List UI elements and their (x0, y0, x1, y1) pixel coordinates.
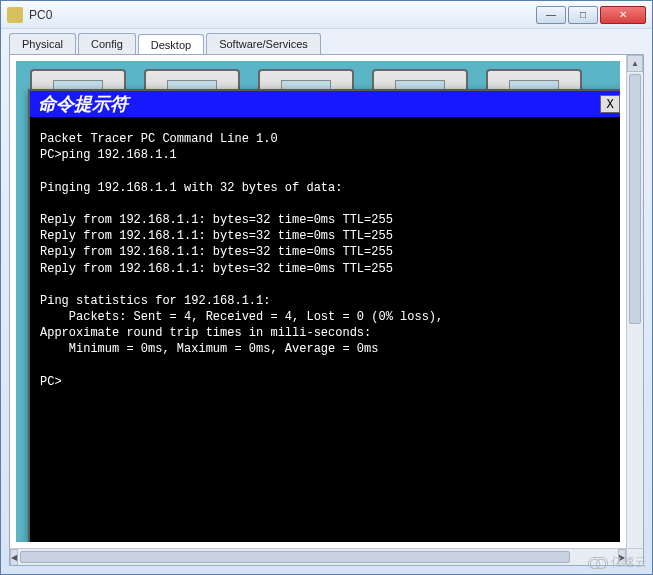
desktop-background: 命令提示符 X Packet Tracer PC Command Line 1.… (16, 61, 620, 542)
chevron-up-icon: ▲ (631, 59, 639, 68)
close-icon: ✕ (619, 9, 627, 20)
application-window: PC0 — □ ✕ Physical Config Desktop Softwa… (0, 0, 653, 575)
scroll-thumb-horizontal[interactable] (20, 551, 570, 563)
maximize-icon: □ (580, 9, 586, 20)
minimize-icon: — (546, 9, 556, 20)
tab-physical[interactable]: Physical (9, 33, 76, 54)
tab-config[interactable]: Config (78, 33, 136, 54)
command-prompt-title: 命令提示符 (38, 92, 600, 116)
vertical-scrollbar[interactable]: ▲ ▼ (626, 55, 643, 565)
window-controls: — □ ✕ (534, 6, 646, 24)
close-icon: X (606, 97, 613, 111)
chevron-right-icon: ▶ (619, 553, 625, 562)
content-viewport: 命令提示符 X Packet Tracer PC Command Line 1.… (10, 55, 626, 548)
window-title: PC0 (29, 8, 534, 22)
tab-software-services[interactable]: Software/Services (206, 33, 321, 54)
tab-desktop[interactable]: Desktop (138, 34, 204, 55)
command-prompt-window[interactable]: 命令提示符 X Packet Tracer PC Command Line 1.… (28, 89, 620, 542)
maximize-button[interactable]: □ (568, 6, 598, 24)
content-panel: 命令提示符 X Packet Tracer PC Command Line 1.… (9, 54, 644, 566)
scroll-thumb-vertical[interactable] (629, 74, 641, 324)
scroll-left-button[interactable]: ◀ (10, 549, 18, 566)
scroll-right-button[interactable]: ▶ (618, 549, 626, 566)
scrollbar-corner (626, 548, 643, 565)
horizontal-scrollbar[interactable]: ◀ ▶ (10, 548, 626, 565)
scroll-track-horizontal[interactable] (18, 549, 618, 565)
command-prompt-close-button[interactable]: X (600, 95, 620, 113)
titlebar[interactable]: PC0 — □ ✕ (1, 1, 652, 29)
tab-bar: Physical Config Desktop Software/Service… (1, 29, 652, 54)
close-button[interactable]: ✕ (600, 6, 646, 24)
scroll-up-button[interactable]: ▲ (627, 55, 643, 72)
command-prompt-titlebar[interactable]: 命令提示符 X (30, 91, 620, 117)
scroll-track-vertical[interactable] (627, 72, 643, 548)
minimize-button[interactable]: — (536, 6, 566, 24)
chevron-left-icon: ◀ (11, 553, 17, 562)
app-icon (7, 7, 23, 23)
command-prompt-output[interactable]: Packet Tracer PC Command Line 1.0 PC>pin… (30, 117, 620, 542)
